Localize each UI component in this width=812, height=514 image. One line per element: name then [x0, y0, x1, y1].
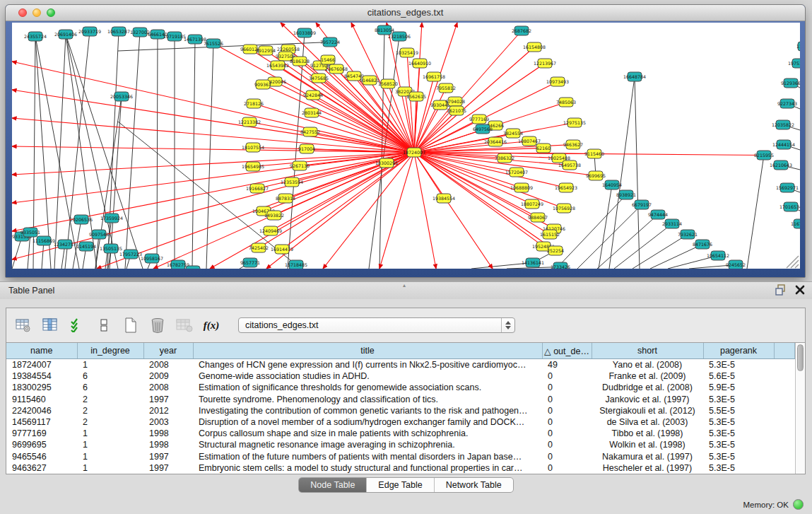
table-cell[interactable]: 9463627: [6, 462, 77, 474]
graph-node[interactable]: 18107554: [242, 143, 264, 152]
table-cell[interactable]: Embryonic stem cells: a model to study s…: [193, 462, 542, 474]
graph-edge[interactable]: [254, 104, 414, 153]
graph-node[interactable]: 9129366: [781, 78, 800, 88]
table-row[interactable]: 969969511998Structural magnetic resonanc…: [6, 439, 794, 450]
graph-node[interactable]: 9115460: [584, 149, 604, 158]
scrollbar-thumb[interactable]: [797, 344, 804, 371]
table-cell[interactable]: 2: [77, 405, 143, 416]
table-cell[interactable]: 1997: [143, 462, 193, 474]
graph-node[interactable]: 8471676: [693, 240, 712, 249]
tab-edge-table[interactable]: Edge Table: [367, 478, 434, 492]
table-cell[interactable]: [774, 394, 794, 405]
table-cell[interactable]: 18300295: [6, 382, 77, 393]
graph-node[interactable]: 10958167: [141, 254, 163, 263]
graph-node[interactable]: 1640954: [602, 180, 622, 189]
graph-node[interactable]: 7932621: [678, 230, 698, 239]
graph-node[interactable]: 10688809: [510, 183, 533, 192]
table-row[interactable]: 1938455462009Genome-wide association stu…: [6, 370, 794, 382]
table-cell[interactable]: 5.3E-5: [703, 394, 774, 405]
table-cell[interactable]: 6: [77, 382, 143, 393]
graph-node[interactable]: 8938921: [616, 190, 636, 199]
graph-edge[interactable]: [632, 235, 688, 269]
graph-node[interactable]: 19751074: [788, 59, 800, 68]
graph-node[interactable]: 9245652: [726, 260, 746, 269]
table-cell[interactable]: 5.3E-5: [703, 451, 774, 462]
graph-node[interactable]: 7386322: [495, 153, 514, 163]
graph-node[interactable]: 917004: [298, 144, 315, 153]
table-row[interactable]: 977716911998Corpus callosum shape and si…: [6, 428, 794, 439]
graph-edge[interactable]: [12, 90, 414, 153]
table-cell[interactable]: 0: [542, 428, 592, 439]
window-resize-grip[interactable]: [787, 256, 799, 268]
table-cell[interactable]: 5.3E-5: [703, 428, 774, 439]
graph-node[interactable]: 1145194: [76, 242, 96, 251]
graph-node[interactable]: 20933719: [78, 27, 101, 36]
graph-edge[interactable]: [414, 153, 570, 165]
table-cell[interactable]: [774, 382, 794, 393]
graph-edge[interactable]: [192, 40, 195, 269]
graph-node[interactable]: 9146821: [360, 76, 379, 85]
table-cell[interactable]: 0: [542, 405, 592, 416]
memory-status-icon[interactable]: [793, 499, 804, 510]
graph-node[interactable]: 10719185: [163, 32, 186, 41]
graph-edge[interactable]: [125, 33, 140, 269]
table-cell[interactable]: [774, 462, 794, 474]
table-cell[interactable]: [774, 416, 794, 428]
table-cell[interactable]: 49: [542, 359, 592, 371]
table-cell[interactable]: Corpus callosum shape and size in male p…: [193, 428, 542, 439]
table-cell[interactable]: Nakamura et al. (1997): [592, 451, 703, 462]
graph-node[interactable]: 15720407: [505, 168, 528, 177]
table-cell[interactable]: [774, 359, 794, 371]
graph-edge[interactable]: [65, 32, 90, 269]
table-cell[interactable]: de Silva et al. (2003): [592, 416, 703, 428]
table-row[interactable]: 946554611997Estimation of the future num…: [6, 451, 794, 462]
graph-node[interactable]: 10973493: [546, 77, 569, 86]
graph-edge[interactable]: [210, 153, 414, 269]
table-cell[interactable]: [774, 428, 794, 439]
table-row[interactable]: 1872400712008Changes of HCN gene express…: [6, 359, 794, 371]
graph-node[interactable]: 20053346: [110, 92, 133, 101]
graph-node[interactable]: 10653287: [107, 27, 130, 36]
graph-node[interactable]: 2803144: [302, 108, 322, 117]
table-cell[interactable]: 0: [542, 451, 592, 462]
table-cell[interactable]: [774, 370, 794, 382]
table-cell[interactable]: Genome-wide association studies in ADHD.: [193, 370, 542, 382]
graph-node[interactable]: 19654923: [555, 183, 577, 192]
table-cell[interactable]: 2008: [143, 382, 193, 393]
table-cell[interactable]: 1997: [143, 394, 193, 405]
table-cell[interactable]: 0: [542, 416, 592, 428]
graph-node[interactable]: 9463627: [563, 140, 583, 149]
graph-node[interactable]: 16210643: [770, 160, 792, 170]
table-cell[interactable]: 2: [77, 416, 143, 428]
graph-node[interactable]: 16154808: [523, 42, 546, 52]
table-cell[interactable]: 2: [77, 394, 143, 405]
table-cell[interactable]: 2003: [143, 416, 193, 428]
table-header[interactable]: namein_degreeyeartitle△ out_de…shortpage…: [6, 343, 794, 359]
graph-node[interactable]: 12353594: [281, 177, 303, 187]
graph-node[interactable]: 23676068: [325, 64, 348, 74]
graph-node[interactable]: 1327002: [130, 28, 150, 37]
graph-node[interactable]: 16648784: [623, 72, 646, 81]
panel-resize-handle[interactable]: ▴: [403, 282, 406, 288]
table-cell[interactable]: Estimation of significance thresholds fo…: [193, 382, 542, 393]
table-cell[interactable]: Franke et al. (2009): [592, 370, 703, 382]
table-cell[interactable]: 2009: [143, 370, 193, 382]
graph-node[interactable]: 8912954: [256, 46, 276, 55]
graph-node[interactable]: 111236: [796, 42, 800, 51]
graph-node[interactable]: 12444154: [772, 140, 795, 149]
table-cell[interactable]: 9465546: [6, 451, 77, 462]
graph-node[interactable]: 12035822: [772, 120, 794, 129]
graph-edge[interactable]: [12, 153, 414, 175]
graph-node[interactable]: 1562615: [406, 92, 426, 101]
table-cell[interactable]: 0: [542, 382, 592, 393]
table-cell[interactable]: 5.5E-5: [703, 405, 774, 416]
delete-table-icon[interactable]: [176, 317, 193, 334]
float-panel-icon[interactable]: [775, 284, 787, 296]
table-cell[interactable]: Estimation of the future numbers of pati…: [193, 451, 542, 462]
graph-node[interactable]: 1733426: [551, 262, 570, 269]
graph-node[interactable]: 909367: [254, 80, 271, 89]
table-cell[interactable]: 1: [77, 462, 143, 474]
graph-node[interactable]: 10325419: [396, 48, 418, 57]
graph-edge[interactable]: [95, 235, 99, 269]
table-cell[interactable]: 5.3E-5: [703, 462, 774, 474]
